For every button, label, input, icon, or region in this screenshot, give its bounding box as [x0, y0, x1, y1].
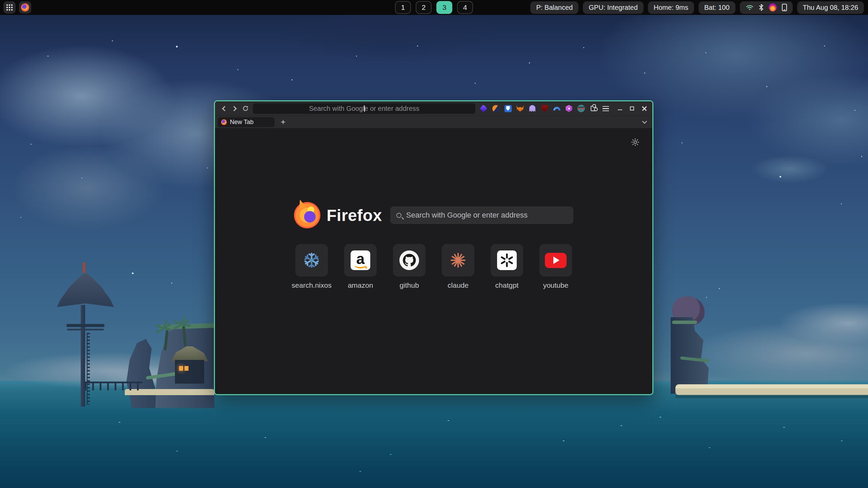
shortcut-chatgpt[interactable]: chatgpt — [491, 244, 523, 289]
cloud — [739, 150, 841, 188]
adblock-shield-extension-icon[interactable] — [540, 104, 549, 113]
close-icon — [642, 106, 647, 111]
firefox-launcher-button[interactable] — [19, 1, 31, 14]
shortcut-label: github — [399, 281, 419, 289]
minimize-button[interactable] — [615, 104, 625, 113]
browser-toolbar: Search with Google or enter address — [215, 101, 652, 116]
tab-new-tab[interactable]: New Tab — [218, 117, 275, 127]
personalize-settings-button[interactable] — [630, 137, 640, 147]
amazon-smile-arrow — [354, 264, 367, 268]
hut-window — [179, 366, 183, 371]
shortcut-label: search.nixos — [292, 281, 332, 289]
gem-extension-icon[interactable] — [479, 104, 488, 113]
clock-pill[interactable]: Thu Aug 08, 18:26 — [797, 1, 864, 14]
close-button[interactable] — [639, 104, 649, 113]
back-button[interactable] — [218, 103, 229, 114]
minimize-icon — [618, 109, 622, 110]
tab-strip: New Tab + — [215, 116, 652, 128]
search-icon — [396, 213, 401, 218]
list-all-tabs-button[interactable] — [639, 117, 650, 127]
app-menu-button[interactable] — [601, 104, 610, 113]
fox-wallet-extension-icon[interactable] — [516, 104, 524, 113]
palm-fronds — [155, 324, 174, 333]
newtab-search-placeholder: Search with Google or enter address — [406, 211, 528, 220]
extensions-puzzle-button[interactable] — [589, 104, 597, 113]
reload-icon — [242, 105, 249, 112]
new-tab-button[interactable]: + — [278, 117, 288, 127]
watchtower-platform — [66, 324, 104, 327]
text-caret — [364, 105, 365, 112]
gear-icon — [631, 138, 640, 147]
shortcut-tile[interactable] — [295, 244, 328, 277]
firefox-wordmark: Firefox — [327, 206, 382, 225]
sand-spit — [675, 384, 868, 395]
chevron-down-icon — [642, 119, 647, 123]
hut-wall — [175, 360, 204, 384]
shortcut-tiles: search.nixos a amazon — [215, 244, 652, 289]
shortcut-claude[interactable]: claude — [442, 244, 474, 289]
shortcut-tile[interactable]: a — [344, 244, 377, 277]
workspace-button-3-active[interactable]: 3 — [436, 1, 452, 14]
workspace-button-1[interactable]: 1 — [395, 1, 411, 14]
shortcut-label: youtube — [543, 281, 569, 289]
shortcut-label: claude — [448, 281, 469, 289]
nixos-snowflake-icon — [302, 251, 321, 270]
phone-icon[interactable] — [782, 4, 787, 11]
firefox-window: Search with Google or enter address — [214, 100, 653, 395]
app-launcher-button[interactable] — [3, 1, 16, 14]
workspace-button-2[interactable]: 2 — [416, 1, 432, 14]
workspace-switcher: 1 2 3 4 — [395, 1, 473, 14]
back-icon — [222, 106, 227, 111]
vpn-arc-extension-icon[interactable] — [553, 104, 561, 113]
hex-flower-extension-icon[interactable] — [565, 104, 573, 113]
network-latency-pill[interactable]: Home: 9ms — [648, 1, 694, 14]
watchtower-finial — [83, 262, 85, 273]
workspace-button-4[interactable]: 4 — [457, 1, 473, 14]
battery-pill[interactable]: Bat: 100 — [698, 1, 735, 14]
amazon-icon: a — [351, 250, 370, 270]
tab-title: New Tab — [230, 119, 254, 126]
ghost-privacy-extension-icon[interactable] — [528, 104, 536, 113]
sea-sparkles — [0, 15, 2, 16]
watchtower-roof — [57, 272, 114, 308]
power-profile-pill[interactable]: P: Balanced — [530, 1, 578, 14]
desktop: 1 2 3 4 P: Balanced GPU: Integrated Home… — [0, 0, 868, 488]
chatgpt-knot-icon — [497, 250, 517, 270]
maximize-icon — [630, 106, 634, 110]
wifi-icon[interactable] — [746, 4, 754, 11]
media-player-icon[interactable] — [769, 3, 777, 12]
shortcut-label: chatgpt — [495, 281, 519, 289]
forward-button[interactable] — [229, 103, 240, 114]
claude-starburst-icon — [449, 251, 467, 269]
play-triangle — [553, 257, 559, 264]
firefox-logo — [294, 202, 320, 228]
top-status-bar: 1 2 3 4 P: Balanced GPU: Integrated Home… — [0, 0, 868, 15]
youtube-icon — [545, 253, 567, 268]
bluetooth-icon[interactable] — [759, 4, 764, 11]
shortcut-youtube[interactable]: youtube — [539, 244, 572, 289]
cliff-grass — [672, 321, 697, 324]
shortcut-amazon[interactable]: a amazon — [344, 244, 377, 289]
extensions-row — [479, 104, 610, 113]
url-bar[interactable]: Search with Google or enter address — [253, 103, 475, 114]
goggles-face-extension-icon[interactable] — [577, 104, 585, 113]
system-tray — [740, 1, 793, 14]
newtab-search-input[interactable]: Search with Google or enter address — [390, 206, 573, 224]
github-octocat-icon — [399, 250, 419, 270]
firefox-favicon — [221, 119, 227, 125]
gpu-mode-pill[interactable]: GPU: Integrated — [583, 1, 644, 14]
shortcut-github[interactable]: github — [393, 244, 426, 289]
shortcut-tile[interactable] — [539, 244, 572, 277]
password-shield-extension-icon[interactable] — [504, 104, 512, 113]
maximize-button[interactable] — [627, 104, 637, 113]
cloud — [237, 15, 542, 76]
hamburger-icon — [603, 106, 609, 111]
shortcut-search-nixos[interactable]: search.nixos — [295, 244, 328, 289]
watchtower-ladder — [87, 333, 90, 405]
dark-theme-extension-icon[interactable] — [492, 104, 500, 113]
shortcut-tile[interactable] — [393, 244, 426, 277]
reload-button[interactable] — [240, 103, 251, 114]
shortcut-tile[interactable] — [442, 244, 474, 277]
new-tab-page: Firefox Search with Google or enter addr… — [215, 128, 652, 394]
shortcut-tile[interactable] — [491, 244, 523, 277]
